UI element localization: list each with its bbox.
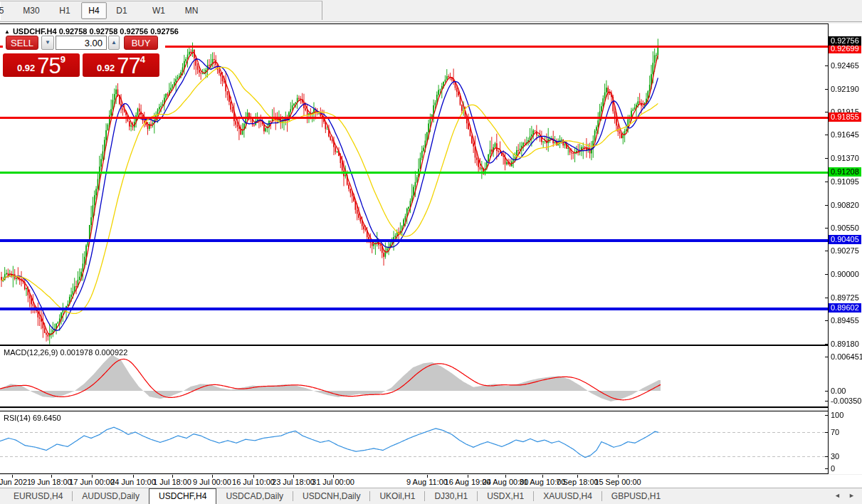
price-tick-label: 0.90000 [831,270,859,278]
timeframe-button-M30[interactable]: M30 [17,2,46,19]
price-tick-mark [825,274,828,275]
price-tick-mark [825,228,828,229]
timeframe-button-D1[interactable]: D1 [110,2,134,19]
chart-tab-GBPUSD[interactable]: GBPUSD,H1 [602,489,670,504]
rsi-scale-label: 30 [831,452,839,461]
rsi-label: RSI(14) 69.6450 [4,414,61,422]
chart-tab-USDCNH[interactable]: USDCNH,Daily [293,489,369,504]
buy-button[interactable]: BUY [124,36,158,50]
tab-scroll-left-icon[interactable]: ◄ [834,492,841,499]
timeframe-button-H1[interactable]: H1 [54,2,75,19]
level-price-label: 0.89602 [829,303,861,313]
price-tick-mark [825,320,828,321]
time-tick-label: 23 Jul 18:00 [272,478,315,486]
chart-tab-USDX[interactable]: USDX,H1 [478,489,533,504]
rsi-scale-label: 0 [831,464,835,473]
price-tick-mark [825,112,828,112]
time-tick-label: 31 Jul 00:00 [312,478,354,486]
chart-tab-bar: EURUSD,H4AUDUSD,DailyUSDCHF,H4USDCAD,Dai… [0,488,862,504]
price-tick-label: 0.91370 [831,154,859,162]
price-tick-label: 0.89725 [831,293,859,302]
bid-price-prefix: 0.92 [17,63,35,73]
scale-tick-mark [825,401,828,401]
rsi-scale-label: 100 [831,411,843,419]
time-tick-label: 7 Sep 18:00 [556,478,598,486]
price-tick-label: 0.91645 [831,130,859,139]
price-tick-label: 0.90275 [831,246,859,255]
chart-tab-XAUUSD[interactable]: XAUUSD,H4 [534,489,601,504]
time-tick-label: 1 Jul 18:00 [153,478,191,486]
price-tick-label: 0.90820 [831,201,859,209]
price-tick-mark [825,65,828,66]
chart-tab-USDCHF[interactable]: USDCHF,H4 [149,488,216,504]
chart-tab-AUDUSD[interactable]: AUDUSD,Daily [73,489,149,504]
price-tick-mark [825,89,828,90]
tab-scroll-right-icon[interactable]: ► [848,492,855,499]
scale-tick-mark [825,391,828,392]
price-tick-label: 0.89180 [831,340,859,348]
time-axis[interactable]: 2 Jun 20219 Jun 18:0017 Jun 00:0024 Jun … [0,475,862,488]
volume-decrease-button[interactable]: ▼ [41,36,54,50]
current-price-label: 0.92756 [829,36,861,46]
scale-tick-mark [825,468,828,469]
ask-price-prefix: 0.92 [97,63,115,73]
time-tick-label: 16 Jul 10:00 [232,478,275,486]
time-tick-label: 9 Aug 11:00 [406,478,448,486]
time-tick-label: 2 Jun 2021 [0,478,31,486]
timeframe-button-5[interactable]: 5 [0,2,10,19]
price-tick-mark [825,135,828,135]
scale-tick-mark [825,357,828,357]
chart-tab-USDCAD[interactable]: USDCAD,Daily [216,489,293,504]
price-tick-mark [825,298,828,298]
chart-tab-EURUSD[interactable]: EURUSD,H4 [4,489,72,504]
ask-price-pip: 4 [140,54,145,65]
rsi-canvas [0,411,828,473]
volume-increase-button[interactable]: ▲ [108,36,120,50]
level-price-label: 0.91208 [829,167,861,177]
price-tick-label: 0.90550 [831,224,859,232]
price-tick-label: 0.91095 [831,177,859,186]
scale-tick-mark [825,456,828,457]
price-tick-label: 0.92465 [831,61,859,70]
timeframe-button-W1[interactable]: W1 [147,2,171,19]
one-click-trading-panel: SELL ▼ ▲ BUY 0.92 75 9 0.92 77 4 [3,34,165,78]
chevron-down-icon: ▼ [45,39,51,46]
macd-label: MACD(12,26,9) 0.001978 0.000922 [4,348,127,357]
macd-scale-label: 0.00 [831,387,846,395]
price-axis[interactable]: 0.924650.921900.919150.916450.913700.910… [829,23,862,474]
price-tick-mark [825,205,828,206]
price-tick-label: 0.92190 [831,85,859,93]
time-tick-label: 9 Jul 00:00 [193,478,231,486]
macd-panel: MACD(12,26,9) 0.001978 0.000922 [0,346,828,408]
price-tick-mark [825,344,828,345]
level-price-label: 0.90405 [829,235,861,244]
time-tick-label: 24 Jun 10:00 [110,478,156,486]
time-tick-label: 15 Sep 00:00 [594,478,641,486]
price-tick-label: 0.89455 [831,316,859,325]
price-tick-mark [825,182,828,182]
bid-price-big: 75 [37,56,60,75]
chevron-up-icon: ▲ [111,39,117,46]
macd-scale-label: -0.003507 [831,397,862,405]
timeframe-button-H4[interactable]: H4 [81,2,107,19]
price-tick-mark [825,158,828,159]
price-tick-mark [825,251,828,251]
scale-tick-mark [825,415,828,416]
bid-price-box[interactable]: 0.92 75 9 [3,53,80,77]
sell-button[interactable]: SELL [6,36,38,50]
scale-tick-mark [825,432,828,433]
timeframe-toolbar: 5M30H1H4D1W1MN [0,0,862,22]
time-tick-label: 17 Jun 00:00 [69,478,115,486]
ask-price-big: 77 [117,56,140,75]
volume-input[interactable] [56,36,107,50]
rsi-scale-label: 70 [831,428,839,436]
chart-tab-DJ30[interactable]: DJ30,H1 [425,489,477,504]
mt4-window: { "toolbar":{"timeframes":["5","M30","H1… [0,0,862,504]
timeframe-button-MN[interactable]: MN [179,2,204,19]
macd-scale-label: 0.006451 [831,352,862,361]
ask-price-box[interactable]: 0.92 77 4 [83,53,159,77]
time-tick-label: 9 Jun 18:00 [31,478,72,486]
chart-tab-UKOil[interactable]: UKOil,H1 [370,489,424,504]
level-price-label: 0.91855 [829,112,861,122]
rsi-panel: RSI(14) 69.6450 [0,411,828,474]
